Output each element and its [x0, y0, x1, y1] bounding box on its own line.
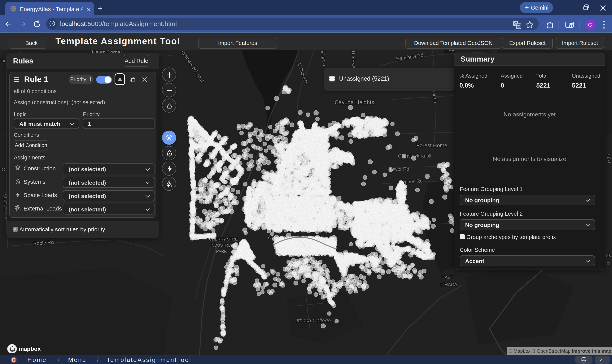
svg-text:文: 文 — [517, 25, 520, 28]
svg-text:mapbox: mapbox — [19, 346, 41, 352]
svg-text:E: E — [171, 184, 173, 188]
svg-text:E: E — [20, 208, 22, 211]
